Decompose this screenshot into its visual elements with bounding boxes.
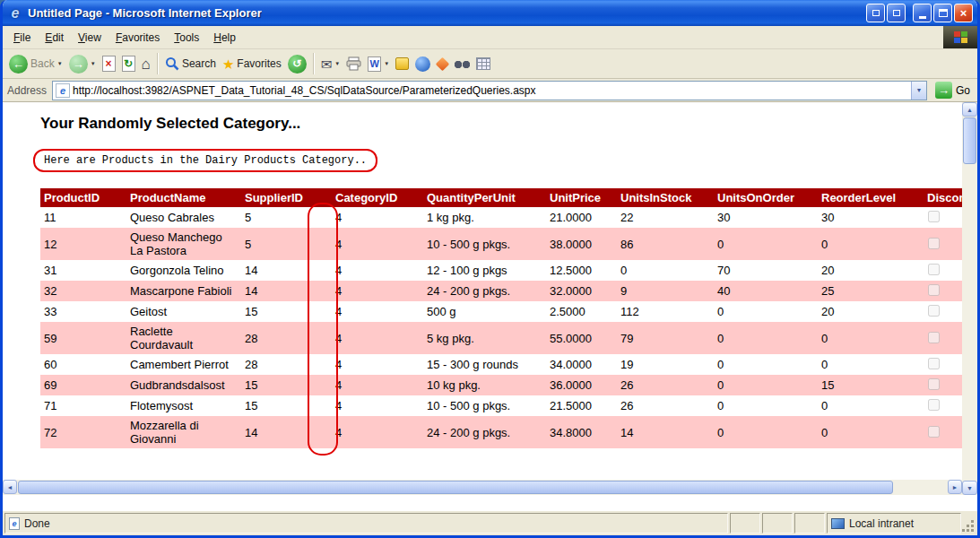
status-panel-empty [730, 513, 760, 534]
address-input[interactable]: e http://localhost:3982/ASPNET_Data_Tuto… [52, 81, 927, 100]
cell-productname: Raclette Courdavault [126, 322, 241, 354]
minimize-button[interactable] [913, 4, 932, 22]
maximize-button[interactable] [933, 4, 952, 22]
horizontal-scrollbar[interactable]: ◄ ► [3, 480, 962, 495]
cell-productname: Queso Cabrales [126, 207, 241, 228]
status-bar: e Done Local intranet [3, 510, 977, 535]
menu-tools[interactable]: Tools [167, 30, 206, 46]
stop-button[interactable]: × [100, 54, 118, 74]
cell-productname: Geitost [126, 301, 241, 322]
mail-dropdown-icon[interactable]: ▼ [334, 61, 340, 66]
menu-file[interactable]: File [6, 30, 38, 46]
cell-productname: Mascarpone Fabioli [126, 281, 241, 301]
vertical-scroll-thumb[interactable] [963, 117, 976, 164]
cell-categoryid: 4 [332, 228, 423, 260]
cell-quantityperunit: 10 - 500 g pkgs. [423, 395, 546, 416]
cell-unitsonorder: 0 [714, 354, 818, 375]
discontinued-checkbox[interactable] [928, 284, 940, 296]
cell-categoryid: 4 [332, 260, 423, 281]
cell-unitsonorder: 0 [714, 395, 818, 416]
toolbar-separator [157, 53, 159, 74]
edit-dropdown-icon[interactable]: ▼ [384, 61, 389, 66]
cell-unitsinstock: 22 [617, 207, 714, 228]
cell-productname: Mozzarella di Giovanni [126, 416, 241, 448]
toolbar-extra-button-1[interactable] [412, 55, 433, 74]
cell-productid: 33 [40, 301, 126, 322]
print-button[interactable] [343, 55, 364, 73]
scroll-down-button[interactable]: ▼ [962, 481, 977, 495]
window-extra-button-1[interactable] [866, 4, 885, 22]
close-button[interactable]: × [954, 4, 973, 22]
home-button[interactable]: ⌂ [139, 55, 153, 74]
discontinued-checkbox[interactable] [928, 426, 940, 438]
edit-button[interactable]: W ▼ [365, 55, 392, 74]
toolbar-extra-button-3[interactable] [452, 56, 473, 72]
page-heading: Your Randomly Selected Category... [40, 115, 962, 133]
discontinued-checkbox[interactable] [928, 305, 940, 317]
address-dropdown-button[interactable]: ▼ [911, 82, 926, 100]
menu-help[interactable]: Help [206, 30, 243, 46]
scroll-up-button[interactable]: ▲ [962, 102, 977, 117]
cell-discontinued [924, 322, 962, 354]
toolbar-separator [313, 53, 315, 74]
product-row: 12Queso Manchego La Pastora5410 - 500 g … [40, 228, 962, 260]
scroll-left-button[interactable]: ◄ [3, 480, 17, 494]
forward-dropdown-icon[interactable]: ▼ [91, 61, 96, 66]
cell-productname: Gudbrandsdalsost [126, 375, 241, 395]
status-panel-main: e Done [4, 513, 728, 534]
cell-categoryid: 4 [332, 207, 423, 228]
search-label: Search [182, 57, 216, 70]
vertical-scrollbar[interactable]: ▲ ▼ [962, 102, 977, 495]
vertical-scroll-track[interactable] [962, 117, 977, 481]
cell-unitsonorder: 0 [714, 375, 818, 395]
discontinued-checkbox[interactable] [928, 238, 940, 249]
back-button[interactable]: ← Back ▼ [6, 53, 65, 75]
cell-productid: 60 [40, 354, 126, 375]
cell-categoryid: 4 [332, 322, 423, 354]
discontinued-checkbox[interactable] [928, 332, 940, 343]
resize-grip[interactable] [963, 513, 976, 534]
horizontal-scroll-thumb[interactable] [18, 481, 893, 494]
cell-unitprice: 2.5000 [546, 301, 617, 322]
menu-edit[interactable]: Edit [38, 30, 71, 46]
cell-productid: 71 [40, 395, 126, 416]
status-panel-empty [794, 513, 825, 534]
column-header-productid: ProductID [40, 188, 126, 207]
window-extra-button-2[interactable] [887, 4, 906, 22]
go-button[interactable]: → Go [932, 82, 973, 99]
internet-explorer-icon: e [7, 5, 23, 22]
cell-reorderlevel: 30 [818, 207, 924, 228]
scroll-right-button[interactable]: ► [948, 480, 962, 494]
horizontal-scroll-track[interactable] [17, 480, 948, 495]
mail-button[interactable]: ✉ ▼ [318, 56, 343, 73]
url-text: http://localhost:3982/ASPNET_Data_Tutori… [73, 84, 536, 97]
cell-categoryid: 4 [332, 375, 423, 395]
cell-reorderlevel: 20 [818, 260, 924, 281]
history-button[interactable]: ↺ [285, 53, 309, 75]
cell-discontinued [924, 207, 962, 228]
menu-view[interactable]: View [71, 30, 108, 46]
discontinued-checkbox[interactable] [928, 211, 940, 222]
discuss-button[interactable] [393, 56, 412, 72]
discontinued-checkbox[interactable] [928, 358, 940, 369]
favorites-button[interactable]: ★ Favorites [220, 56, 284, 73]
cell-productid: 59 [40, 322, 126, 354]
discontinued-checkbox[interactable] [928, 399, 940, 411]
discontinued-checkbox[interactable] [928, 264, 940, 275]
back-dropdown-icon[interactable]: ▼ [57, 61, 63, 66]
cell-reorderlevel: 25 [818, 281, 924, 301]
cell-supplierid: 28 [241, 354, 332, 375]
cell-productid: 69 [40, 375, 126, 395]
cell-unitsinstock: 79 [617, 322, 714, 354]
toolbar-extra-button-2[interactable] [434, 56, 451, 72]
menu-favorites[interactable]: Favorites [108, 30, 167, 46]
refresh-button[interactable]: ↻ [119, 54, 138, 74]
discontinued-checkbox[interactable] [928, 378, 940, 390]
forward-button[interactable]: → ▼ [66, 53, 99, 75]
title-bar[interactable]: e Untitled Page - Microsoft Internet Exp… [3, 0, 977, 26]
cell-unitprice: 34.8000 [546, 416, 617, 448]
cell-unitsinstock: 14 [617, 416, 714, 448]
toolbar-extra-button-4[interactable] [473, 56, 493, 72]
cell-reorderlevel: 0 [818, 395, 924, 416]
search-button[interactable]: Search [162, 55, 219, 73]
